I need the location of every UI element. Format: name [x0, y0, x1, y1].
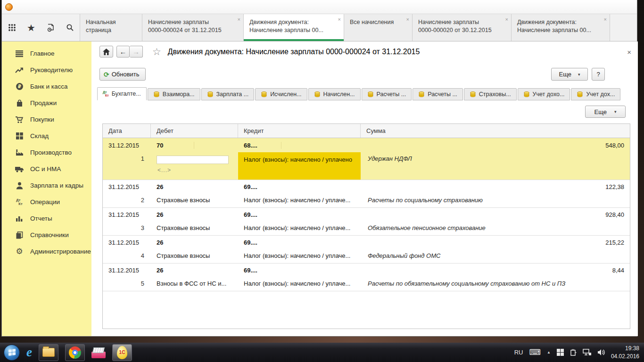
table-row[interactable]: 31.12.2015 26 69.... 215,22 4 Страховые …	[103, 236, 630, 263]
shopping-cart-icon	[15, 115, 24, 124]
language-indicator[interactable]: RU	[514, 349, 523, 356]
sidebar-item-reports[interactable]: Отчеты	[2, 210, 91, 227]
table-row[interactable]: 31.12.2015 70 68.... 548,00 1 <...> Нало…	[103, 138, 630, 180]
close-icon[interactable]: ×	[338, 16, 341, 23]
close-icon[interactable]: ×	[505, 16, 508, 23]
books-icon	[15, 231, 24, 239]
chrome-icon	[69, 346, 81, 359]
network-icon[interactable]	[583, 349, 591, 356]
sidebar-item-payroll-hr[interactable]: Зарплата и кадры	[2, 177, 91, 194]
column-header-date[interactable]: Дата	[103, 124, 151, 138]
coins-icon	[207, 91, 214, 97]
tab-register-1[interactable]: Взаимора...	[148, 88, 200, 100]
coins-icon	[261, 91, 267, 97]
1c-taskbar-button[interactable]: 1С	[112, 344, 132, 361]
keyboard-icon[interactable]: ⌨	[529, 347, 541, 357]
tab-register-7[interactable]: Страховы...	[464, 88, 517, 100]
more-button-top[interactable]: Еще ▾	[551, 68, 588, 81]
chrome-taskbar-button[interactable]	[65, 344, 85, 361]
sidebar-item-operations[interactable]: ДтКт Операции	[2, 194, 91, 210]
apps-menu-icon[interactable]	[6, 22, 17, 33]
refresh-button[interactable]: ⟳ Обновить	[99, 68, 146, 81]
volume-icon[interactable]	[597, 349, 605, 356]
search-icon[interactable]	[64, 22, 75, 33]
column-header-sum[interactable]: Сумма	[361, 124, 630, 138]
desktop-background: ★ Начальная страница × Начисление зарпла…	[0, 0, 644, 362]
app-window: ★ Начальная страница × Начисление зарпла…	[1, 0, 637, 337]
tab-register-5[interactable]: Расчеты ...	[362, 88, 412, 100]
active-cell[interactable]: Налог (взносы): начислено / уплачено	[238, 152, 361, 180]
navigation-row: ← → ☆ Движения документа: Начисление зар…	[99, 46, 420, 58]
trend-chart-icon	[15, 66, 24, 74]
tab-accounting-register[interactable]: ДтКт Бухгалте...	[97, 87, 147, 100]
sidebar-item-warehouse[interactable]: Склад	[2, 128, 91, 144]
close-icon[interactable]: ×	[238, 16, 240, 23]
close-icon[interactable]: ×	[406, 16, 409, 23]
table-row[interactable]: 31.12.2015 26 69.... 122,38 2 Страховые …	[103, 180, 630, 208]
taskbar: e 1С RU ⌨ ▲ 19:38 04.02.2016	[0, 343, 644, 362]
column-header-debit[interactable]: Дебет	[151, 124, 238, 138]
tab-register-3[interactable]: Исчислен...	[255, 88, 307, 100]
tab-register-9[interactable]: Учет дох...	[571, 88, 620, 100]
internet-explorer-icon[interactable]: e	[26, 345, 32, 360]
subconto-input[interactable]	[157, 156, 229, 164]
history-icon[interactable]	[45, 22, 56, 33]
svg-text:₽: ₽	[18, 84, 21, 89]
window-tab-movements-24[interactable]: × Движения документа: Начисление зарплат…	[243, 14, 344, 41]
debit-credit-icon: ДтКт	[15, 198, 24, 206]
more-button-table[interactable]: Еще ▾	[585, 106, 626, 118]
forward-button[interactable]: →	[130, 46, 143, 58]
sidebar-item-manager[interactable]: Руководителю	[2, 62, 91, 78]
window-tab-doc-24[interactable]: × Начисление зарплаты 0000-000024 от 31.…	[142, 14, 243, 41]
refresh-icon: ⟳	[104, 71, 109, 78]
1c-egg-icon: 1С	[117, 346, 127, 359]
sidebar-item-directories[interactable]: Справочники	[2, 227, 91, 243]
close-icon[interactable]: ×	[604, 16, 607, 23]
back-button[interactable]: ←	[116, 46, 130, 58]
taskbar-clock[interactable]: 19:38 04.02.2016	[611, 345, 639, 360]
sidebar-item-production[interactable]: Производство	[2, 144, 91, 161]
column-header-credit[interactable]: Кредит	[238, 124, 361, 138]
warehouse-grid-icon	[15, 132, 24, 140]
folder-icon	[42, 348, 55, 357]
menu-icon	[15, 49, 24, 58]
1c-app-icon	[5, 3, 13, 11]
show-hidden-icons[interactable]: ▲	[547, 350, 551, 354]
action-center-icon[interactable]	[557, 349, 564, 356]
coins-icon	[153, 91, 160, 97]
tab-register-8[interactable]: Учет дохо...	[518, 88, 570, 100]
explorer-taskbar-button[interactable]	[39, 344, 58, 361]
sidebar-item-main[interactable]: Главное	[2, 45, 91, 62]
sidebar-item-purchases[interactable]: Покупки	[2, 111, 91, 128]
tab-register-2[interactable]: Зарплата ...	[201, 88, 255, 100]
close-form-icon[interactable]: ×	[627, 48, 631, 56]
page-title: Движения документа: Начисление зарплаты …	[168, 48, 420, 56]
window-tab-accruals[interactable]: × Все начисления	[344, 14, 412, 41]
window-tab-doc-20[interactable]: × Начисление зарплаты 0000-000020 от 30.…	[412, 14, 511, 41]
power-plug-icon[interactable]	[570, 349, 577, 356]
coins-icon	[367, 91, 374, 97]
sidebar-item-sales[interactable]: Продажи	[2, 95, 91, 111]
favorite-star-icon[interactable]: ☆	[152, 46, 161, 58]
cardfile-icon[interactable]	[91, 352, 106, 358]
sidebar-item-fixed-assets[interactable]: ОС и НМА	[2, 161, 91, 177]
tab-register-6[interactable]: Расчеты ...	[413, 88, 463, 100]
tab-label: Начальная страница	[86, 18, 132, 34]
window-tab-bar: ★ Начальная страница × Начисление зарпла…	[2, 14, 637, 41]
favorites-star-icon[interactable]: ★	[25, 22, 37, 33]
sidebar-item-label: Главное	[30, 50, 55, 57]
window-tab-movements-20[interactable]: × Движения документа: Начисление зарплат…	[511, 14, 610, 41]
coins-icon	[577, 91, 583, 97]
shopping-bag-icon	[15, 99, 24, 107]
table-row[interactable]: 31.12.2015 26 69.... 928,40 3 Страховые …	[103, 208, 630, 236]
sidebar-item-administration[interactable]: ⚙ Администрирование	[2, 243, 91, 260]
window-tab-home[interactable]: Начальная страница	[80, 14, 142, 41]
help-button[interactable]: ?	[592, 68, 605, 81]
window-titlebar	[2, 0, 637, 14]
home-button[interactable]	[99, 46, 113, 58]
subconto-chooser[interactable]: <...>	[157, 167, 238, 173]
start-button[interactable]	[4, 345, 20, 361]
table-row[interactable]: 31.12.2015 26 69.... 8,44 5 Взносы в ФСС…	[103, 263, 630, 291]
tab-register-4[interactable]: Начислен...	[308, 88, 361, 100]
sidebar-item-bank-cash[interactable]: ₽ Банк и касса	[2, 78, 91, 95]
